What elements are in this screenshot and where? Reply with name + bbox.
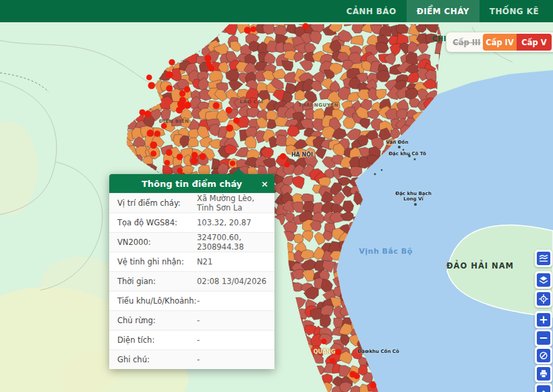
zoom-out-button[interactable] <box>535 329 552 347</box>
popup-header: Thông tin điểm cháy × <box>109 174 274 193</box>
popup-row: Tiểu khu/Lô/Khoảnh:- <box>109 291 274 310</box>
row-label: Tiểu khu/Lô/Khoảnh: <box>117 296 197 306</box>
minus-icon <box>539 333 548 343</box>
row-value: - <box>197 296 268 306</box>
plus-icon <box>539 315 548 325</box>
chevron-up-icon <box>539 387 548 392</box>
row-value: 02:08 13/04/2026 <box>197 277 268 286</box>
locate-button[interactable] <box>535 290 552 308</box>
collapse-button[interactable] <box>535 383 552 392</box>
popup-row: Chủ rừng:- <box>109 310 274 330</box>
zoom-in-button[interactable] <box>535 311 552 329</box>
print-button[interactable] <box>535 365 552 383</box>
row-label: Tọa độ WGS84: <box>117 218 197 227</box>
popup-row: Ghi chú:- <box>109 349 274 369</box>
row-label: Vệ tinh ghi nhận: <box>117 257 197 267</box>
row-label: Vị trí điểm cháy: <box>117 198 197 208</box>
row-value: - <box>197 355 268 364</box>
row-label: VN2000: <box>117 237 197 247</box>
legend-level-4-button[interactable]: Cấp IV <box>483 34 517 51</box>
nav-item-thong-ke[interactable]: THỐNG KÊ <box>479 0 549 22</box>
layers-icon <box>539 275 548 285</box>
row-value: Xã Mường Lèo, Tỉnh Sơn La <box>197 194 268 213</box>
popup-row: Thời gian:02:08 13/04/2026 <box>109 271 274 291</box>
legend-prefix-label: CHI <box>418 35 446 43</box>
popup-title: Thông tin điểm cháy <box>142 179 242 189</box>
row-label: Thời gian: <box>117 277 197 286</box>
locate-icon <box>539 294 548 304</box>
row-label: Chủ rừng: <box>117 316 197 325</box>
printer-icon <box>539 369 548 379</box>
row-value: N21 <box>197 257 268 267</box>
row-label: Ghi chú: <box>117 355 197 364</box>
fire-point-info-popup: Thông tin điểm cháy × Vị trí điểm cháy:X… <box>109 174 274 369</box>
fire-level-legend: Cấp III Cấp IV Cấp V <box>446 32 553 52</box>
legend-level-5-button[interactable]: Cấp V <box>517 34 552 51</box>
elevation-lines-icon <box>539 254 548 263</box>
layers-button[interactable] <box>535 271 552 289</box>
nav-item-canh-bao[interactable]: CẢNH BÁO <box>336 0 406 22</box>
popup-row: Diện tích:- <box>109 330 274 349</box>
legend-level-3-button[interactable]: Cấp III <box>450 34 483 51</box>
map[interactable]: ĐIỆN BIÊNLÀO CAITHÁI NGUYÊNHÀ NỘIVân Đồn… <box>0 0 553 392</box>
elevation-lines-button[interactable] <box>535 250 552 267</box>
popup-body: Vị trí điểm cháy:Xã Mường Lèo, Tỉnh Sơn … <box>109 193 274 369</box>
popup-row: Vị trí điểm cháy:Xã Mường Lèo, Tỉnh Sơn … <box>109 193 274 213</box>
row-value: 324700.60, 2308944.38 <box>197 233 268 252</box>
popup-row: Tọa độ WGS84:103.32, 20.87 <box>109 213 274 232</box>
row-value: 103.32, 20.87 <box>197 218 268 227</box>
row-value: - <box>197 335 268 345</box>
popup-row: Vệ tinh ghi nhận:N21 <box>109 252 274 271</box>
top-navbar: CẢNH BÁO ĐIỂM CHÁY THỐNG KÊ <box>0 0 553 22</box>
app-root: ĐIỆN BIÊNLÀO CAITHÁI NGUYÊNHÀ NỘIVân Đồn… <box>0 0 553 392</box>
popup-row: VN2000:324700.60, 2308944.38 <box>109 232 274 252</box>
map-canvas[interactable] <box>0 0 553 392</box>
clear-selection-button[interactable] <box>535 347 552 364</box>
row-value: - <box>197 316 268 325</box>
row-label: Diện tích: <box>117 335 197 345</box>
close-icon[interactable]: × <box>261 174 268 193</box>
slash-circle-icon <box>539 351 548 360</box>
nav-item-diem-chay[interactable]: ĐIỂM CHÁY <box>407 0 479 22</box>
